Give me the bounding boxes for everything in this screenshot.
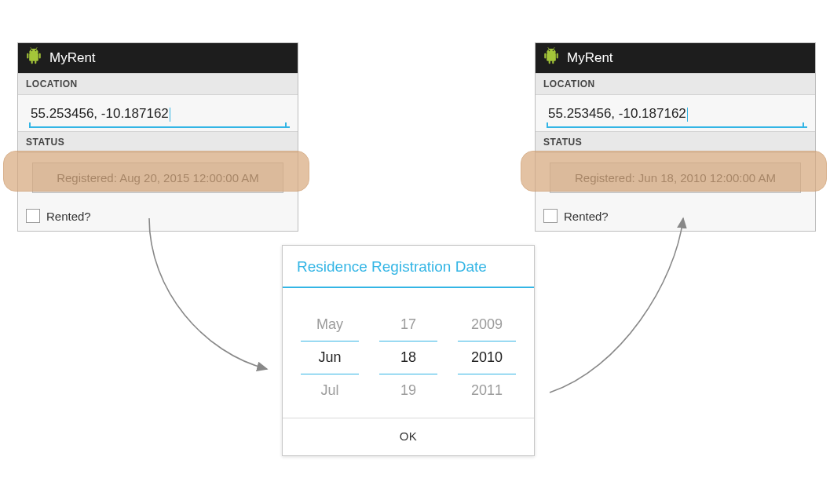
app-action-bar: MyRent (18, 43, 298, 73)
rented-row[interactable]: Rented? (18, 203, 298, 231)
svg-rect-12 (549, 60, 550, 64)
month-wheel[interactable]: May Jun Jul (301, 309, 359, 407)
dialog-title: Residence Registration Date (283, 246, 534, 287)
rented-checkbox[interactable] (543, 209, 558, 223)
svg-rect-2 (39, 53, 41, 58)
date-picker[interactable]: May Jun Jul 17 18 19 2009 2010 2011 (283, 294, 534, 418)
geolocation-input-wrap[interactable]: 55.253456, -10.187162 (547, 103, 804, 128)
geolocation-input[interactable]: 55.253456, -10.187162 (29, 103, 290, 128)
geolocation-input[interactable]: 55.253456, -10.187162 (547, 103, 807, 128)
section-header-status: STATUS (536, 131, 815, 153)
android-icon (543, 47, 559, 70)
location-field-row: 55.253456, -10.187162 (536, 95, 815, 131)
section-header-location: LOCATION (18, 73, 298, 95)
day-prev[interactable]: 17 (379, 309, 437, 341)
text-cursor (170, 108, 170, 122)
location-field-row: 55.253456, -10.187162 (18, 95, 298, 131)
dialog-title-underline (283, 287, 534, 288)
year-prev[interactable]: 2009 (458, 309, 516, 341)
day-selected[interactable]: 18 (379, 341, 437, 374)
svg-point-15 (553, 49, 554, 51)
status-body: Registered: Aug 20, 2015 12:00:00 AM (18, 153, 298, 203)
day-wheel[interactable]: 17 18 19 (379, 309, 437, 407)
section-header-location: LOCATION (536, 73, 815, 95)
phone-after: MyRent LOCATION 55.253456, -10.187162 ST… (535, 42, 816, 232)
svg-rect-0 (29, 53, 38, 61)
date-picker-dialog: Residence Registration Date May Jun Jul … (282, 245, 535, 456)
app-title: MyRent (567, 50, 613, 66)
month-selected[interactable]: Jun (301, 341, 359, 374)
registered-date-button[interactable]: Registered: Jun 18, 2010 12:00:00 AM (550, 163, 801, 193)
geolocation-value: 55.253456, -10.187162 (31, 106, 169, 121)
month-next[interactable]: Jul (301, 374, 359, 407)
phone-before: MyRent LOCATION 55.253456, -10.187162 ST… (17, 42, 298, 232)
svg-rect-4 (35, 60, 36, 64)
app-action-bar: MyRent (536, 43, 815, 73)
svg-point-5 (31, 49, 33, 51)
rented-label: Rented? (564, 210, 609, 223)
rented-label: Rented? (46, 210, 91, 223)
geolocation-value: 55.253456, -10.187162 (548, 106, 686, 121)
svg-rect-1 (27, 53, 28, 58)
geolocation-input-wrap[interactable]: 55.253456, -10.187162 (29, 103, 287, 128)
day-next[interactable]: 19 (379, 374, 437, 407)
rented-checkbox[interactable] (26, 209, 40, 223)
svg-line-16 (548, 47, 550, 49)
svg-rect-10 (544, 53, 546, 58)
android-icon (26, 47, 42, 70)
svg-rect-13 (552, 60, 554, 64)
month-prev[interactable]: May (301, 309, 359, 341)
dialog-ok-button[interactable]: OK (283, 418, 534, 455)
svg-rect-3 (31, 60, 33, 64)
svg-line-17 (554, 47, 555, 49)
registered-date-button[interactable]: Registered: Aug 20, 2015 12:00:00 AM (32, 163, 283, 193)
text-cursor (687, 108, 688, 122)
svg-rect-11 (557, 53, 558, 58)
year-selected[interactable]: 2010 (458, 341, 516, 374)
app-title: MyRent (49, 50, 96, 66)
section-header-status: STATUS (18, 131, 298, 153)
svg-line-7 (31, 47, 32, 49)
year-wheel[interactable]: 2009 2010 2011 (458, 309, 516, 407)
svg-line-8 (36, 47, 38, 49)
rented-row[interactable]: Rented? (536, 203, 815, 231)
svg-point-6 (35, 49, 37, 51)
svg-rect-9 (547, 53, 556, 61)
status-body: Registered: Jun 18, 2010 12:00:00 AM (536, 153, 815, 203)
svg-point-14 (549, 49, 550, 51)
year-next[interactable]: 2011 (458, 374, 516, 407)
